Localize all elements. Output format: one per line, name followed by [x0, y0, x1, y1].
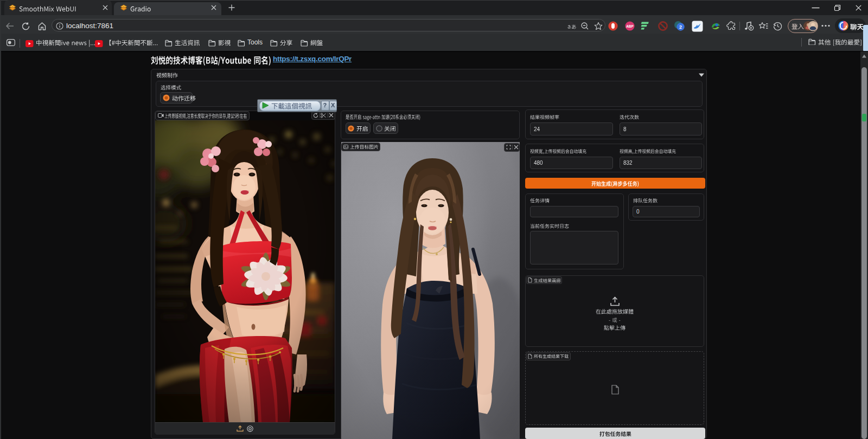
svg-text:ABP: ABP — [626, 24, 634, 28]
svg-text:2: 2 — [679, 24, 682, 30]
